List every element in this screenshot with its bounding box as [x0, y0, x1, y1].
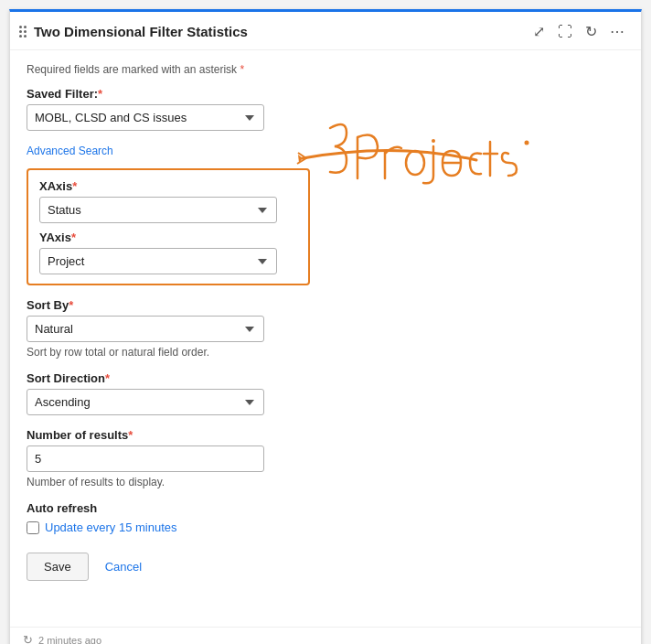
yaxis-group: YAxis* Project: [39, 231, 297, 274]
sort-by-help: Sort by row total or natural field order…: [27, 346, 624, 359]
widget-container: Two Dimensional Filter Statistics ⤢ ⛶ ↻ …: [9, 9, 642, 644]
footer-bar: ↻ 2 minutes ago: [10, 627, 641, 644]
expand-button[interactable]: ⛶: [554, 22, 576, 42]
svg-marker-0: [298, 155, 303, 163]
sort-by-label: Sort By*: [27, 298, 624, 312]
svg-point-1: [406, 151, 424, 175]
saved-filter-select[interactable]: MOBL, CLSD and CS issues: [27, 104, 264, 131]
widget-header: Two Dimensional Filter Statistics ⤢ ⛶ ↻ …: [10, 12, 641, 50]
save-button[interactable]: Save: [27, 553, 89, 581]
widget-title: Two Dimensional Filter Statistics: [34, 24, 248, 39]
xaxis-label: XAxis*: [39, 179, 297, 193]
required-note: Required fields are marked with an aster…: [27, 63, 624, 76]
sort-direction-select[interactable]: Ascending Descending: [27, 389, 264, 415]
yaxis-label: YAxis*: [39, 231, 297, 244]
shrink-button[interactable]: ⤢: [529, 21, 549, 42]
widget-actions: ⤢ ⛶ ↻ ⋯: [529, 21, 628, 42]
saved-filter-label: Saved Filter:*: [27, 87, 624, 101]
xaxis-group: XAxis* Status: [39, 179, 297, 223]
number-of-results-group: Number of results* Number of results to …: [27, 428, 624, 488]
widget-body: Required fields are marked with an aster…: [10, 50, 641, 594]
auto-refresh-checkbox[interactable]: [27, 521, 39, 534]
footer-text: 2 minutes ago: [38, 635, 101, 645]
svg-point-2: [432, 139, 435, 143]
advanced-search-link[interactable]: Advanced Search: [27, 145, 113, 157]
auto-refresh-checkbox-label[interactable]: Update every 15 minutes: [45, 521, 177, 534]
sort-direction-group: Sort Direction* Ascending Descending: [27, 371, 624, 415]
auto-refresh-label: Auto refresh: [27, 501, 624, 515]
xaxis-select[interactable]: Status: [39, 197, 277, 223]
more-button[interactable]: ⋯: [606, 21, 628, 42]
svg-point-3: [525, 141, 529, 145]
cancel-button[interactable]: Cancel: [100, 553, 147, 580]
saved-filter-group: Saved Filter:* MOBL, CLSD and CS issues: [27, 87, 624, 131]
number-of-results-help: Number of results to display.: [27, 476, 624, 488]
sort-by-select[interactable]: Natural: [27, 316, 264, 342]
sort-by-group: Sort By* Natural Sort by row total or na…: [27, 298, 624, 359]
widget-header-left: Two Dimensional Filter Statistics: [19, 24, 248, 39]
drag-handle[interactable]: [19, 26, 27, 38]
footer-refresh-icon: ↻: [23, 633, 33, 644]
auto-refresh-section: Auto refresh Update every 15 minutes: [27, 501, 624, 534]
number-of-results-label: Number of results*: [27, 428, 624, 442]
auto-refresh-row: Update every 15 minutes: [27, 521, 624, 534]
button-row: Save Cancel: [27, 553, 624, 581]
axis-box: XAxis* Status YAxis* Project: [27, 168, 310, 285]
sort-direction-label: Sort Direction*: [27, 371, 624, 385]
yaxis-select[interactable]: Project: [39, 248, 277, 274]
number-of-results-input[interactable]: [27, 445, 264, 472]
refresh-button[interactable]: ↻: [582, 21, 601, 42]
